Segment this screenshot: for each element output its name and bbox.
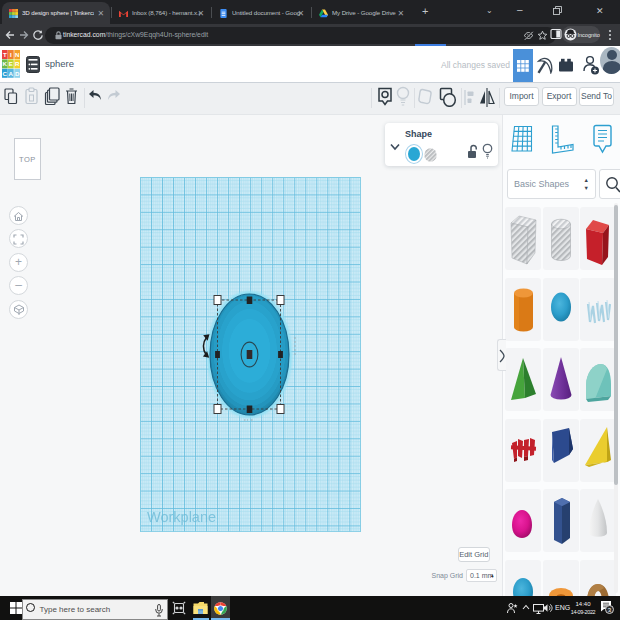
svg-text:T: T (3, 51, 7, 58)
svg-text:E: E (9, 60, 13, 67)
svg-text:C: C (3, 70, 8, 77)
svg-text:D: D (15, 70, 20, 77)
svg-text:I: I (10, 51, 12, 58)
svg-text:R: R (15, 60, 20, 67)
svg-text:K: K (3, 60, 8, 67)
svg-text:N: N (15, 51, 20, 58)
svg-text:Workplane: Workplane (147, 509, 216, 525)
svg-text:A: A (9, 70, 14, 77)
